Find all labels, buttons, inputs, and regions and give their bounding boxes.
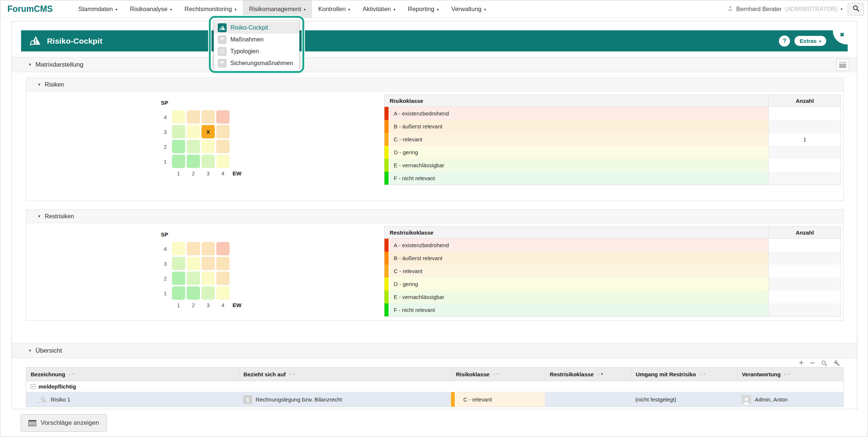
matrix-cell[interactable] — [172, 272, 185, 285]
nav-item-kontrollen[interactable]: Kontrollen▾ — [312, 0, 356, 18]
search-table-button[interactable] — [821, 360, 827, 366]
class-color-swatch — [384, 265, 389, 278]
column-header[interactable]: Restrisikoklasse — [384, 226, 769, 238]
class-row-a[interactable]: A - existenzbedrohend — [384, 107, 841, 120]
class-label: B - äußerst relevant — [389, 120, 769, 133]
column-header[interactable]: Risikoklasse — [384, 95, 769, 107]
matrix-cell[interactable] — [216, 140, 230, 153]
expand-all-button[interactable]: + — [799, 359, 804, 367]
matrix-cell[interactable] — [216, 125, 230, 138]
matrix-cell[interactable] — [201, 242, 215, 255]
class-row-e[interactable]: E - vernachlässigbar — [384, 290, 841, 303]
umbrella-icon: ☂ — [218, 59, 227, 68]
matrix-cell[interactable] — [187, 286, 200, 300]
user-role: (ADMINISTRATOR) — [785, 6, 837, 13]
class-row-f[interactable]: F - nicht relevant — [384, 303, 841, 316]
matrix-cell[interactable] — [172, 125, 185, 138]
menu-item-sicherungsma-nahmen[interactable]: ☂Sicherungsmaßnahmen — [214, 57, 299, 69]
class-row-d[interactable]: D - gering — [384, 146, 841, 159]
sort-icons[interactable]: ▲▼ — [289, 372, 296, 376]
matrix-cell[interactable] — [201, 257, 215, 270]
nav-item-verwaltung[interactable]: Verwaltung▾ — [445, 0, 492, 18]
matrix-cell[interactable] — [201, 110, 215, 124]
sort-icons[interactable]: ▲▼ — [597, 372, 604, 376]
matrix-cell[interactable] — [187, 272, 200, 285]
nav-item-risikomanagement[interactable]: Risikomanagement▾ — [243, 0, 312, 18]
matrix-cell[interactable] — [172, 286, 185, 300]
settings-button[interactable] — [834, 360, 840, 366]
matrix-cell[interactable] — [216, 286, 230, 300]
risk-class-swatch — [451, 392, 455, 407]
table-row[interactable]: Risiko 1 § Rechnungslegung bzw. Bilanzre… — [26, 392, 843, 407]
table-view-button[interactable] — [837, 59, 849, 71]
sort-icons[interactable]: ▲▼ — [699, 372, 706, 376]
matrix-cell[interactable] — [187, 242, 200, 255]
law-paragraph-icon: § — [243, 395, 252, 404]
extras-button[interactable]: Extras ▾ — [794, 36, 826, 46]
panel-risiken-header[interactable]: ▼ Risiken — [26, 78, 843, 91]
sort-icons[interactable]: ▲▼ — [68, 372, 75, 376]
matrix-cell[interactable] — [216, 272, 230, 285]
column-header[interactable]: Anzahl — [769, 226, 841, 238]
matrix-cell[interactable] — [216, 110, 230, 124]
matrix-cell[interactable] — [216, 155, 230, 168]
class-row-b[interactable]: B - äußerst relevant — [384, 252, 841, 265]
class-row-c[interactable]: C - relevant — [384, 265, 841, 278]
matrix-cell[interactable] — [172, 242, 185, 255]
matrix-cell-marker[interactable]: X — [201, 125, 215, 138]
class-row-f[interactable]: F - nicht relevant — [384, 172, 841, 185]
nav-item-risikoanalyse[interactable]: Risikoanalyse▾ — [123, 0, 178, 18]
user-menu[interactable]: Bernhard Berater (ADMINISTRATOR) ▾ — [728, 6, 842, 13]
class-label: F - nicht relevant — [389, 303, 769, 316]
menu-item-typologien[interactable]: ☑Typologien — [214, 46, 299, 57]
show-suggestions-button[interactable]: Vorschläge anzeigen — [21, 414, 107, 432]
column-header[interactable]: Anzahl — [769, 95, 841, 107]
matrix-cell[interactable] — [187, 155, 200, 168]
section-uebersicht[interactable]: ▼ Übersicht — [12, 343, 857, 358]
nav-item-reporting[interactable]: Reporting▾ — [401, 0, 445, 18]
matrix-cell[interactable] — [172, 155, 185, 168]
matrix-cell[interactable] — [172, 110, 185, 124]
close-panel-button[interactable]: ✖ — [833, 30, 848, 44]
matrix-cell[interactable] — [201, 140, 215, 153]
matrix-cell[interactable] — [201, 272, 215, 285]
class-row-e[interactable]: E - vernachlässigbar — [384, 159, 841, 172]
matrix-cell[interactable] — [187, 257, 200, 270]
matrix-cell[interactable] — [216, 242, 230, 255]
column-header-bezieht-sich-auf[interactable]: Bezieht sich auf▲▼ — [239, 367, 451, 381]
help-button[interactable]: ? — [779, 36, 790, 47]
class-row-c[interactable]: C - relevant1 — [384, 133, 841, 146]
matrix-cell[interactable] — [187, 125, 200, 138]
matrix-cell[interactable] — [216, 257, 230, 270]
section-matrixdarstellung[interactable]: ▼ Matrixdarstellung — [12, 57, 857, 72]
nav-item-rechtsmonitoring[interactable]: Rechtsmonitoring▾ — [178, 0, 243, 18]
matrix-cell[interactable] — [187, 110, 200, 124]
column-header-restrisikoklasse[interactable]: Restrisikoklasse▲▼ — [545, 367, 631, 381]
menu-item-ma-nahmen[interactable]: ☂Maßnahmen — [214, 34, 299, 46]
class-row-b[interactable]: B - äußerst relevant — [384, 120, 841, 133]
column-header-bezeichnung[interactable]: Bezeichnung▲▼ — [26, 367, 239, 381]
panel-restrisiken-header[interactable]: ▼ Restrisiken — [26, 210, 843, 223]
menu-item-risiko-cockpit[interactable]: Risiko-Cockpit — [214, 22, 299, 34]
sort-icons[interactable]: ▲▼ — [492, 372, 500, 376]
matrix-cell[interactable] — [201, 286, 215, 300]
collapse-all-button[interactable]: − — [810, 359, 815, 367]
search-button[interactable] — [848, 3, 864, 16]
matrix-cell[interactable] — [201, 155, 215, 168]
collapse-group-icon[interactable]: − — [31, 384, 35, 389]
nav-item-stammdaten[interactable]: Stammdaten▾ — [72, 0, 124, 18]
app-logo[interactable]: ForumCMS — [7, 4, 53, 14]
sort-icons[interactable]: ▲▼ — [784, 372, 791, 376]
group-row-meldepflichtig[interactable]: − meldepflichtig — [26, 381, 843, 392]
column-header-umgang-mit-restrisiko[interactable]: Umgang mit Restrisiko▲▼ — [631, 367, 737, 381]
class-row-a[interactable]: A - existenzbedrohend — [384, 239, 841, 252]
column-header-risikoklasse[interactable]: Risikoklasse▲▼ — [451, 367, 545, 381]
matrix-cell[interactable] — [187, 140, 200, 153]
class-row-d[interactable]: D - gering — [384, 278, 841, 290]
chevron-down-icon: ▾ — [393, 7, 395, 11]
nav-item-aktivit-ten[interactable]: Aktivitäten▾ — [356, 0, 401, 18]
matrix-cell[interactable] — [172, 257, 185, 270]
matrix-cell[interactable] — [172, 140, 185, 153]
class-count — [769, 265, 841, 278]
column-header-verantwortung[interactable]: Verantwortung▲▼ — [737, 367, 843, 381]
